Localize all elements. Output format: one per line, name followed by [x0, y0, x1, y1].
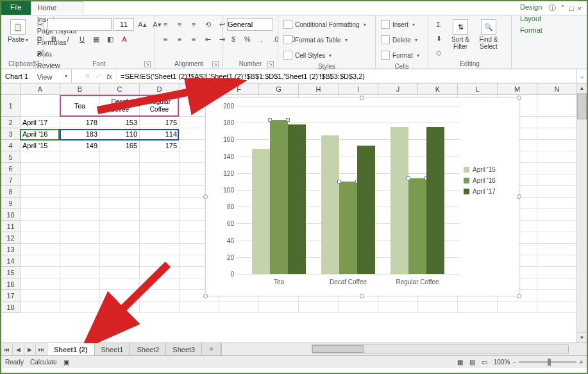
dialog-launcher-icon[interactable]: ↘ [33, 61, 39, 67]
horizontal-scrollbar[interactable] [312, 344, 569, 353]
font-color-button[interactable]: A [118, 33, 131, 46]
cell[interactable] [100, 209, 140, 221]
cell[interactable] [21, 174, 60, 186]
cell[interactable] [21, 198, 60, 209]
cell[interactable] [140, 244, 180, 255]
cell[interactable]: April '15 [21, 140, 60, 151]
last-sheet-button[interactable]: ⏭ [36, 343, 47, 355]
cell[interactable] [60, 198, 100, 209]
legend-item[interactable]: April '17 [464, 188, 515, 195]
column-header[interactable]: B [60, 83, 100, 94]
cell[interactable] [60, 221, 100, 232]
view-page-break-icon[interactable]: ▭ [482, 359, 487, 366]
cell[interactable] [100, 290, 140, 302]
align-left-button[interactable]: ≡ [159, 33, 172, 46]
cell[interactable] [140, 198, 180, 209]
chart-bars[interactable]: TeaDecaf CoffeeRegular Coffee [237, 106, 460, 274]
cell[interactable]: 153 [100, 117, 140, 128]
cell[interactable] [60, 267, 100, 278]
cell[interactable] [60, 174, 100, 186]
column-header[interactable]: F [219, 83, 259, 94]
row-header[interactable]: 5 [1, 151, 21, 163]
cell[interactable] [21, 163, 60, 174]
format-as-table-button[interactable]: Format as Table▾ [282, 33, 349, 46]
border-button[interactable]: ▦ [90, 33, 103, 46]
orientation-button[interactable]: ⟲ [201, 18, 214, 31]
row-header[interactable]: 14 [1, 255, 21, 267]
plot-area[interactable]: 020406080100120140160180200 TeaDecaf Cof… [221, 106, 460, 274]
window-restore-icon[interactable]: □ [569, 4, 574, 12]
align-top-button[interactable]: ≡ [159, 18, 172, 31]
cell[interactable] [140, 302, 180, 313]
cell[interactable] [537, 232, 577, 244]
cell[interactable] [21, 186, 60, 198]
cell[interactable] [21, 255, 60, 267]
bar[interactable] [357, 146, 375, 274]
cell[interactable]: 175 [140, 117, 180, 128]
comma-button[interactable]: , [255, 33, 268, 46]
cell[interactable] [21, 232, 60, 244]
cell[interactable] [21, 151, 60, 163]
cell[interactable] [259, 302, 299, 313]
cell[interactable] [21, 244, 60, 255]
bar[interactable] [270, 120, 288, 274]
cell[interactable] [60, 186, 100, 198]
dialog-launcher-icon[interactable]: ↘ [212, 61, 219, 67]
cell[interactable] [140, 290, 180, 302]
cell[interactable]: April '16 [21, 128, 60, 140]
name-box[interactable]: Chart 1▾ [1, 69, 72, 83]
percent-button[interactable]: % [241, 33, 254, 46]
dialog-launcher-icon[interactable]: ↘ [144, 61, 151, 67]
sheet-tab[interactable]: Sheet1 [95, 343, 131, 355]
column-header[interactable]: J [378, 83, 418, 94]
cell[interactable]: Decaf Coffee [100, 95, 140, 117]
column-header[interactable]: H [299, 83, 339, 94]
tab-design[interactable]: Design [514, 1, 549, 13]
enter-icon[interactable]: ✓ [96, 72, 101, 80]
row-header[interactable]: 17 [1, 290, 21, 302]
cell[interactable]: 165 [100, 140, 140, 151]
cell-styles-button[interactable]: Cell Styles▾ [282, 49, 333, 62]
row-header[interactable]: 12 [1, 232, 21, 244]
italic-button[interactable]: I [62, 33, 74, 46]
vertical-scrollbar[interactable]: ▲ ▼ [576, 83, 587, 343]
cell[interactable] [140, 221, 180, 232]
bold-button[interactable]: B [47, 33, 60, 46]
cell[interactable] [180, 302, 219, 313]
row-header[interactable]: 11 [1, 221, 21, 232]
cell[interactable] [60, 278, 100, 290]
cell[interactable] [537, 117, 577, 128]
cell[interactable]: 183 [60, 128, 100, 140]
column-header[interactable]: E [180, 83, 219, 94]
cell[interactable] [21, 302, 60, 313]
sheet-tab[interactable]: Sheet1 (2) [47, 343, 95, 355]
cancel-icon[interactable]: ✕ [85, 72, 90, 80]
row-header[interactable]: 8 [1, 186, 21, 198]
cell[interactable] [537, 302, 577, 313]
cell[interactable] [140, 209, 180, 221]
cell[interactable] [100, 221, 140, 232]
cell[interactable] [537, 174, 577, 186]
sheet-tab[interactable]: Sheet3 [166, 343, 202, 355]
tab-file[interactable]: File [1, 1, 31, 15]
cell[interactable] [60, 302, 100, 313]
cell[interactable] [299, 302, 339, 313]
font-size-input[interactable] [113, 18, 134, 31]
cell[interactable]: Regular Coffee [140, 95, 180, 117]
grow-font-button[interactable]: A▴ [136, 18, 149, 31]
worksheet-grid[interactable]: ABCDEFGHIJKLMN 1TeaDecaf CoffeeRegular C… [1, 83, 587, 343]
row-header[interactable]: 10 [1, 209, 21, 221]
scroll-thumb[interactable] [577, 94, 587, 119]
paste-button[interactable]: 📋 Paste▾ [5, 18, 31, 45]
minimize-ribbon-icon[interactable]: ⌃ [560, 4, 566, 12]
clear-button[interactable]: ◇ [432, 46, 445, 59]
bar[interactable] [339, 182, 357, 274]
window-close-icon[interactable]: × [578, 4, 582, 12]
cell[interactable] [60, 151, 100, 163]
cell[interactable] [537, 278, 577, 290]
row-header[interactable]: 2 [1, 117, 21, 128]
cell[interactable] [21, 267, 60, 278]
cell[interactable] [60, 290, 100, 302]
cell[interactable] [140, 174, 180, 186]
autosum-button[interactable]: Σ [432, 18, 445, 31]
